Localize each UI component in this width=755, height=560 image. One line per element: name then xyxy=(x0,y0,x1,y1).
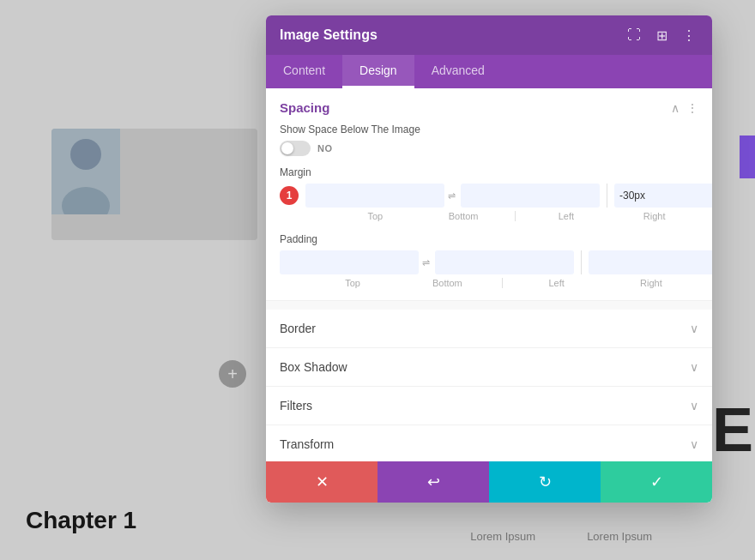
collapse-icon[interactable]: ∧ xyxy=(671,101,680,115)
toggle-label: Show Space Below The Image xyxy=(280,123,698,135)
border-chevron: ∨ xyxy=(690,322,698,335)
padding-left-input[interactable] xyxy=(589,250,712,274)
padding-top-input[interactable] xyxy=(280,250,419,274)
border-title: Border xyxy=(280,322,316,335)
margin-badge: 1 xyxy=(280,186,299,205)
padding-left-label: Left xyxy=(510,278,604,288)
padding-top-wrapper: ⇌ xyxy=(280,250,432,274)
padding-col-labels: Top Bottom Left Right xyxy=(305,278,698,288)
section-header-icons: ∧ ⋮ xyxy=(671,101,698,115)
transform-section[interactable]: Transform ∨ xyxy=(266,425,712,464)
settings-panel: Image Settings ⛶ ⊞ ⋮ Content Design Adva… xyxy=(266,15,712,503)
panel-header: Image Settings ⛶ ⊞ ⋮ xyxy=(266,15,712,55)
save-button[interactable]: ✓ xyxy=(601,461,712,503)
padding-top-label: Top xyxy=(305,278,400,288)
margin-left-wrapper: ⇌ xyxy=(614,184,712,208)
padding-input-row: ⇌ ⇌ xyxy=(280,250,698,274)
margin-top-wrapper: ⇌ xyxy=(305,184,457,208)
spacing-title: Spacing xyxy=(280,100,329,115)
more-icon[interactable]: ⋮ xyxy=(680,26,698,45)
margin-input-row: 1 ⇌ ⇌ xyxy=(280,184,698,208)
panel-title: Image Settings xyxy=(280,27,378,43)
padding-top-bottom-group: ⇌ xyxy=(280,250,574,274)
panel-tabs: Content Design Advanced xyxy=(266,55,712,88)
tab-design[interactable]: Design xyxy=(342,55,414,88)
cancel-button[interactable]: ✕ xyxy=(266,461,378,503)
toggle-track[interactable] xyxy=(280,141,311,156)
margin-bottom-wrapper xyxy=(461,184,600,208)
margin-top-input[interactable] xyxy=(305,184,444,208)
padding-left-wrapper: ⇌ xyxy=(589,250,712,274)
panel-body: Spacing ∧ ⋮ Show Space Below The Image N… xyxy=(266,88,712,503)
toggle-switch[interactable]: NO xyxy=(280,141,698,156)
spacing-section-header: Spacing ∧ ⋮ xyxy=(266,88,712,123)
margin-top-bottom-group: ⇌ xyxy=(305,184,600,208)
section-more-icon[interactable]: ⋮ xyxy=(686,101,698,115)
margin-bottom-label: Bottom xyxy=(420,211,508,221)
margin-left-input[interactable] xyxy=(614,184,712,208)
filters-chevron: ∨ xyxy=(690,399,698,412)
undo-button[interactable]: ↩ xyxy=(378,461,489,503)
padding-label: Padding xyxy=(280,233,698,245)
margin-top-label: Top xyxy=(331,211,420,221)
spacing-section: Spacing ∧ ⋮ Show Space Below The Image N… xyxy=(266,88,712,301)
margin-col-labels: Top Bottom Left Right xyxy=(305,211,698,221)
box-shadow-chevron: ∨ xyxy=(690,360,698,374)
tab-content[interactable]: Content xyxy=(266,55,342,88)
fullscreen-icon[interactable]: ⛶ xyxy=(625,26,643,45)
section-gap xyxy=(266,301,712,310)
margin-section: Margin 1 ⇌ xyxy=(266,166,712,233)
padding-right-label: Right xyxy=(604,278,698,288)
padding-top-link-icon: ⇌ xyxy=(420,257,432,268)
undo-icon: ↩ xyxy=(427,473,440,491)
show-space-toggle-row: Show Space Below The Image NO xyxy=(266,123,712,166)
padding-left-right-group: ⇌ xyxy=(581,250,712,274)
box-shadow-section[interactable]: Box Shadow ∨ xyxy=(266,348,712,387)
header-icons: ⛶ ⊞ ⋮ xyxy=(625,26,698,45)
margin-bottom-input[interactable] xyxy=(461,184,600,208)
toggle-thumb xyxy=(281,142,293,154)
padding-bottom-wrapper xyxy=(435,250,574,274)
redo-icon: ↻ xyxy=(539,473,552,491)
transform-chevron: ∨ xyxy=(690,437,698,451)
redo-button[interactable]: ↻ xyxy=(489,461,601,503)
margin-label: Margin xyxy=(280,166,698,178)
tab-advanced[interactable]: Advanced xyxy=(414,55,502,88)
margin-left-right-group: ⇌ xyxy=(607,184,712,208)
margin-left-label: Left xyxy=(522,211,611,221)
cancel-icon: ✕ xyxy=(316,473,329,491)
padding-section: Padding ⇌ ⇌ xyxy=(266,233,712,300)
box-shadow-title: Box Shadow xyxy=(280,360,347,374)
columns-icon[interactable]: ⊞ xyxy=(652,26,671,45)
save-icon: ✓ xyxy=(650,473,663,491)
filters-section[interactable]: Filters ∨ xyxy=(266,387,712,425)
padding-bottom-label: Bottom xyxy=(400,278,494,288)
toggle-value: NO xyxy=(317,143,333,154)
border-section[interactable]: Border ∨ xyxy=(266,310,712,348)
padding-bottom-input[interactable] xyxy=(435,250,574,274)
filters-title: Filters xyxy=(280,399,312,412)
bottom-toolbar: ✕ ↩ ↻ ✓ xyxy=(266,461,712,503)
margin-top-link-icon: ⇌ xyxy=(446,190,457,202)
transform-title: Transform xyxy=(280,437,334,451)
margin-right-label: Right xyxy=(610,211,698,221)
